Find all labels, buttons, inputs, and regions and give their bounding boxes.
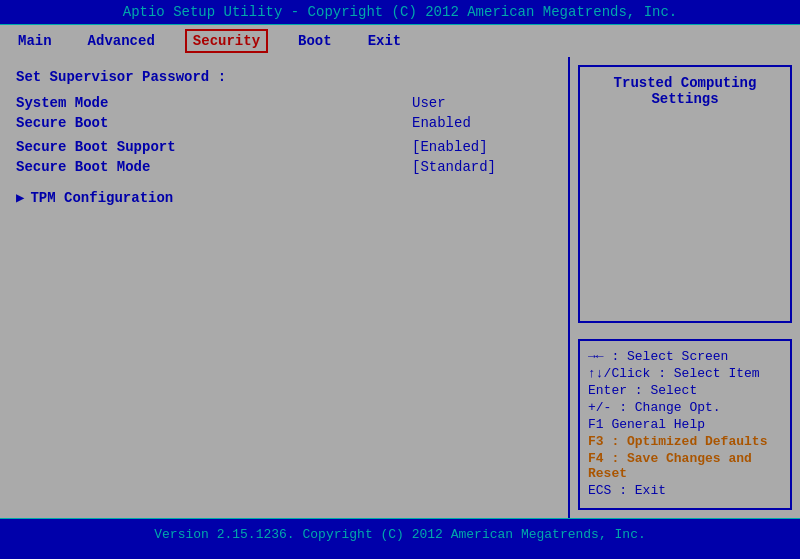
help-line-5: F3 : Optimized Defaults (588, 434, 782, 449)
main-content: Set Supervisor Password : System Mode Us… (0, 57, 800, 518)
menu-boot[interactable]: Boot (292, 31, 338, 51)
secure-boot-support-label: Secure Boot Support (16, 139, 176, 155)
system-mode-value: User (412, 95, 552, 111)
footer-text: Version 2.15.1236. Copyright (C) 2012 Am… (154, 527, 645, 542)
help-line-6: F4 : Save Changes and Reset (588, 451, 782, 481)
secure-boot-value: Enabled (412, 115, 552, 131)
right-panel: Trusted Computing Settings →← : Select S… (570, 57, 800, 518)
tpm-label: TPM Configuration (30, 190, 173, 206)
system-mode-row: System Mode User (16, 95, 552, 111)
secure-boot-label: Secure Boot (16, 115, 108, 131)
supervisor-password-label[interactable]: Set Supervisor Password : (16, 69, 552, 85)
menu-security[interactable]: Security (185, 29, 268, 53)
system-mode-label: System Mode (16, 95, 108, 111)
help-line-2: Enter : Select (588, 383, 782, 398)
help-panel: →← : Select Screen ↑↓/Click : Select Ite… (578, 339, 792, 510)
trusted-computing-box: Trusted Computing Settings (578, 65, 792, 323)
help-line-3: +/- : Change Opt. (588, 400, 782, 415)
title-bar: Aptio Setup Utility - Copyright (C) 2012… (0, 0, 800, 25)
secure-boot-support-row[interactable]: Secure Boot Support [Enabled] (16, 139, 552, 155)
help-line-7: ECS : Exit (588, 483, 782, 498)
menu-exit[interactable]: Exit (362, 31, 408, 51)
secure-boot-support-value: [Enabled] (412, 139, 552, 155)
secure-boot-mode-value: [Standard] (412, 159, 552, 175)
secure-boot-mode-label: Secure Boot Mode (16, 159, 150, 175)
menu-advanced[interactable]: Advanced (82, 31, 161, 51)
help-line-4: F1 General Help (588, 417, 782, 432)
menu-main[interactable]: Main (12, 31, 58, 51)
tpm-configuration-item[interactable]: ▶ TPM Configuration (16, 189, 552, 206)
menu-bar: Main Advanced Security Boot Exit (0, 25, 800, 57)
secure-boot-mode-row[interactable]: Secure Boot Mode [Standard] (16, 159, 552, 175)
secure-boot-row: Secure Boot Enabled (16, 115, 552, 131)
help-line-1: ↑↓/Click : Select Item (588, 366, 782, 381)
trusted-computing-title: Trusted Computing Settings (588, 75, 782, 107)
title-text: Aptio Setup Utility - Copyright (C) 2012… (123, 4, 678, 20)
footer: Version 2.15.1236. Copyright (C) 2012 Am… (0, 518, 800, 550)
tpm-arrow-icon: ▶ (16, 189, 24, 206)
left-panel: Set Supervisor Password : System Mode Us… (0, 57, 570, 518)
help-line-0: →← : Select Screen (588, 349, 782, 364)
